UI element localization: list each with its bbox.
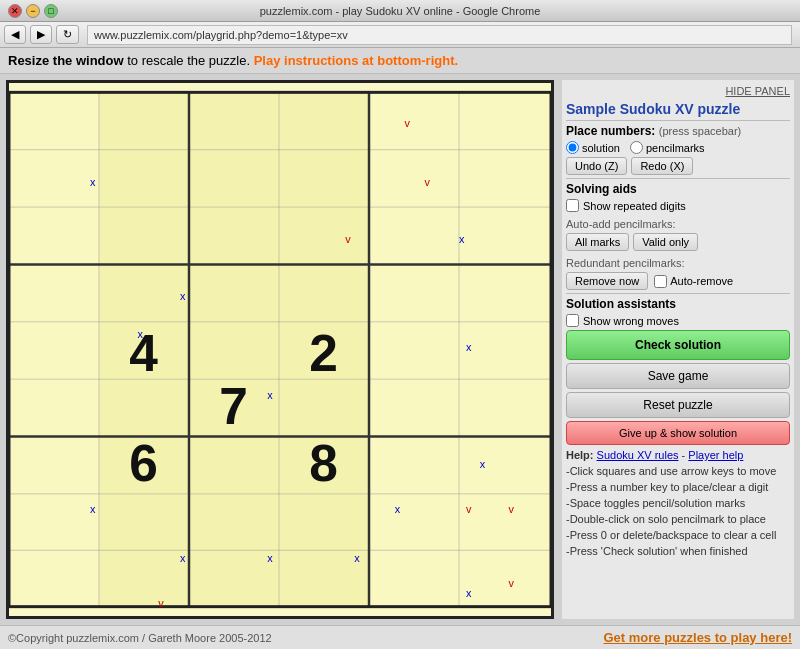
url-text: www.puzzlemix.com/playgrid.php?demo=1&ty… [94, 29, 348, 41]
right-panel: HIDE PANEL Sample Sudoku XV puzzle Place… [562, 80, 794, 619]
show-wrong-label[interactable]: Show wrong moves [566, 314, 790, 327]
browser-titlebar: ✕ − □ puzzlemix.com - play Sudoku XV onl… [0, 0, 800, 22]
svg-text:v: v [508, 577, 514, 589]
address-bar-container: www.puzzlemix.com/playgrid.php?demo=1&ty… [87, 25, 792, 45]
help-item-2: -Space toggles pencil/solution marks [566, 496, 790, 512]
svg-text:x: x [466, 587, 472, 599]
auto-remove-text: Auto-remove [670, 275, 733, 287]
svg-text:x: x [459, 233, 465, 245]
browser-title: puzzlemix.com - play Sudoku XV online - … [260, 5, 541, 17]
back-button[interactable]: ◀ [4, 25, 26, 44]
place-numbers-hint: (press spacebar) [659, 125, 742, 137]
svg-text:7: 7 [219, 377, 248, 435]
place-numbers-title: Place numbers: (press spacebar) [566, 124, 790, 138]
help-item-1: -Press a number key to place/clear a dig… [566, 480, 790, 496]
place-numbers-label: Place numbers: [566, 124, 655, 138]
divider-1 [566, 120, 790, 121]
radio-group: solution pencilmarks [566, 141, 790, 154]
hide-panel-link[interactable]: HIDE PANEL [725, 85, 790, 97]
save-game-button[interactable]: Save game [566, 363, 790, 389]
svg-rect-2 [189, 92, 279, 606]
help-item-0: -Click squares and use arrow keys to mov… [566, 464, 790, 480]
sudoku-rules-link[interactable]: Sudoku XV rules [597, 449, 679, 461]
reset-puzzle-button[interactable]: Reset puzzle [566, 392, 790, 418]
page-header: Resize the window to rescale the puzzle.… [0, 48, 800, 74]
middle-text: to rescale the puzzle. [127, 53, 253, 68]
more-puzzles-link[interactable]: Get more puzzles to play here! [603, 630, 792, 645]
hide-panel-container: HIDE PANEL [566, 84, 790, 98]
svg-text:8: 8 [309, 434, 338, 492]
auto-add-label: Auto-add pencilmarks: [566, 218, 790, 230]
svg-text:v: v [466, 503, 472, 515]
redundant-row: Remove now Auto-remove [566, 272, 790, 290]
show-wrong-text: Show wrong moves [583, 315, 679, 327]
svg-text:v: v [508, 503, 514, 515]
maximize-button[interactable]: □ [44, 4, 58, 18]
window-controls[interactable]: ✕ − □ [8, 4, 58, 18]
svg-text:4: 4 [129, 324, 158, 382]
play-instructions-text: Play instructions at bottom-right. [254, 53, 458, 68]
solution-radio-label[interactable]: solution [566, 141, 620, 154]
solving-aids-title: Solving aids [566, 182, 790, 196]
svg-text:v: v [424, 176, 430, 188]
svg-text:x: x [180, 552, 186, 564]
minimize-button[interactable]: − [26, 4, 40, 18]
player-help-link[interactable]: Player help [688, 449, 743, 461]
help-title: Help: [566, 449, 594, 461]
solution-label: solution [582, 142, 620, 154]
solution-radio[interactable] [566, 141, 579, 154]
svg-text:x: x [90, 176, 96, 188]
svg-text:v: v [158, 597, 164, 609]
page-wrapper: Resize the window to rescale the puzzle.… [0, 48, 800, 649]
show-repeated-checkbox[interactable] [566, 199, 579, 212]
svg-text:x: x [138, 328, 144, 340]
redo-button[interactable]: Redo (X) [631, 157, 693, 175]
svg-text:x: x [267, 389, 273, 401]
svg-text:x: x [180, 290, 186, 302]
solution-assistants-title: Solution assistants [566, 297, 790, 311]
svg-text:x: x [395, 503, 401, 515]
help-item-4: -Press 0 or delete/backspace to clear a … [566, 528, 790, 544]
all-marks-button[interactable]: All marks [566, 233, 629, 251]
auto-remove-checkbox[interactable] [654, 275, 667, 288]
svg-text:x: x [354, 552, 360, 564]
svg-text:v: v [345, 233, 351, 245]
pencilmarks-radio[interactable] [630, 141, 643, 154]
sudoku-grid[interactable]: 4 2 7 6 8 v x v v x [9, 83, 551, 616]
svg-text:v: v [405, 117, 411, 129]
pencilmarks-label: pencilmarks [646, 142, 705, 154]
help-item-3: -Double-click on solo pencilmark to plac… [566, 512, 790, 528]
check-solution-button[interactable]: Check solution [566, 330, 790, 360]
undo-redo-row: Undo (Z) Redo (X) [566, 157, 790, 175]
grid-container[interactable]: 4 2 7 6 8 v x v v x [6, 80, 554, 619]
svg-text:x: x [480, 458, 486, 470]
svg-text:x: x [90, 503, 96, 515]
svg-text:6: 6 [129, 434, 158, 492]
svg-text:x: x [267, 552, 273, 564]
auto-remove-label[interactable]: Auto-remove [654, 275, 733, 288]
close-button[interactable]: ✕ [8, 4, 22, 18]
remove-now-button[interactable]: Remove now [566, 272, 648, 290]
show-repeated-text: Show repeated digits [583, 200, 686, 212]
body-container: 4 2 7 6 8 v x v v x [0, 74, 800, 625]
svg-text:x: x [466, 341, 472, 353]
pencilmarks-buttons: All marks Valid only [566, 233, 790, 251]
copyright-text: ©Copyright puzzlemix.com / Gareth Moore … [8, 632, 272, 644]
reload-button[interactable]: ↻ [56, 25, 79, 44]
help-section: Help: Sudoku XV rules - Player help -Cli… [566, 448, 790, 560]
give-up-button[interactable]: Give up & show solution [566, 421, 790, 445]
address-bar[interactable]: www.puzzlemix.com/playgrid.php?demo=1&ty… [87, 25, 792, 45]
help-item-5: -Press 'Check solution' when finished [566, 544, 790, 560]
show-wrong-checkbox[interactable] [566, 314, 579, 327]
forward-button[interactable]: ▶ [30, 25, 52, 44]
pencilmarks-radio-label[interactable]: pencilmarks [630, 141, 705, 154]
navbar: ◀ ▶ ↻ www.puzzlemix.com/playgrid.php?dem… [0, 22, 800, 48]
undo-button[interactable]: Undo (Z) [566, 157, 627, 175]
svg-text:2: 2 [309, 324, 338, 382]
resize-text: Resize the window [8, 53, 124, 68]
show-repeated-label[interactable]: Show repeated digits [566, 199, 790, 212]
divider-3 [566, 293, 790, 294]
puzzle-panel: 4 2 7 6 8 v x v v x [6, 80, 554, 619]
valid-only-button[interactable]: Valid only [633, 233, 698, 251]
redundant-label: Redundant pencilmarks: [566, 257, 790, 269]
